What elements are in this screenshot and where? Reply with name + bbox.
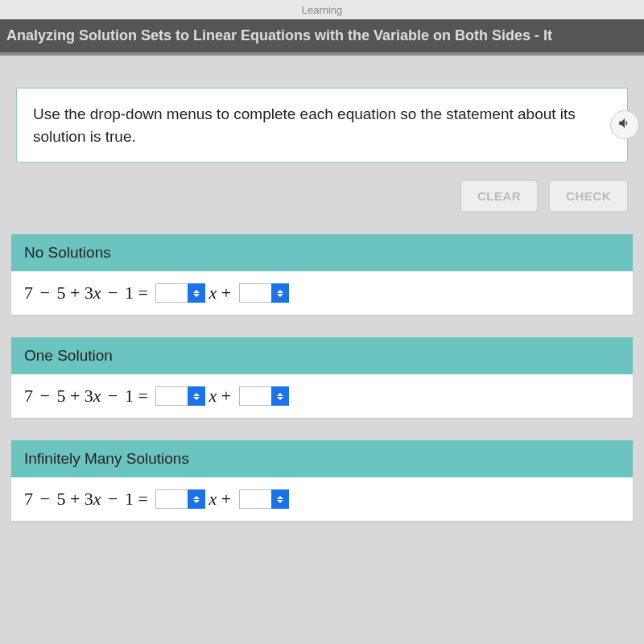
equation-mid: x +: [208, 386, 235, 407]
stepper-icon: [188, 489, 205, 509]
check-button[interactable]: CHECK: [549, 180, 628, 212]
stepper-icon: [188, 386, 205, 406]
dropdown-coef[interactable]: [155, 489, 205, 509]
header-title: Analyzing Solution Sets to Linear Equati…: [6, 27, 552, 43]
dropdown-field: [239, 386, 271, 406]
equation-mid: x +: [208, 489, 235, 510]
stepper-icon: [271, 283, 289, 303]
top-tab: Learning: [0, 0, 644, 19]
group-one-solution: One Solution 7 − 5 + 3x − 1 = x +: [11, 337, 633, 418]
dropdown-const[interactable]: [239, 283, 289, 303]
top-tab-label: Learning: [302, 4, 343, 16]
dropdown-field: [155, 386, 188, 406]
equation-lhs: 7 − 5 + 3x − 1 =: [24, 386, 152, 407]
audio-button[interactable]: [610, 110, 639, 139]
group-no-solutions: No Solutions 7 − 5 + 3x − 1 = x +: [11, 234, 633, 315]
group-title: Infinitely Many Solutions: [11, 440, 633, 477]
speaker-icon: [617, 116, 632, 134]
group-title: No Solutions: [11, 234, 633, 271]
dropdown-coef[interactable]: [155, 386, 205, 406]
problems-list: No Solutions 7 − 5 + 3x − 1 = x + One So…: [0, 234, 644, 521]
group-equation: 7 − 5 + 3x − 1 = x +: [11, 477, 633, 521]
stepper-icon: [188, 283, 205, 303]
group-equation: 7 − 5 + 3x − 1 = x +: [11, 271, 633, 315]
dropdown-field: [155, 283, 188, 303]
stepper-icon: [271, 489, 289, 509]
dropdown-coef[interactable]: [155, 283, 205, 303]
dropdown-const[interactable]: [239, 489, 289, 509]
clear-button[interactable]: CLEAR: [460, 180, 538, 212]
directions-box: Use the drop-down menus to complete each…: [16, 88, 628, 163]
group-equation: 7 − 5 + 3x − 1 = x +: [11, 374, 633, 418]
dropdown-field: [239, 489, 271, 509]
dropdown-field: [239, 283, 271, 303]
group-title: One Solution: [11, 337, 633, 374]
page-header: Analyzing Solution Sets to Linear Equati…: [0, 19, 644, 56]
stepper-icon: [271, 386, 289, 406]
content-area: Use the drop-down menus to complete each…: [0, 88, 644, 521]
equation-lhs: 7 − 5 + 3x − 1 =: [24, 489, 152, 510]
action-row: CLEAR CHECK: [0, 180, 644, 234]
equation-mid: x +: [208, 283, 235, 303]
directions-text: Use the drop-down menus to complete each…: [33, 105, 576, 145]
dropdown-field: [155, 489, 188, 509]
equation-lhs: 7 − 5 + 3x − 1 =: [24, 283, 152, 303]
dropdown-const[interactable]: [239, 386, 289, 406]
group-infinite-solutions: Infinitely Many Solutions 7 − 5 + 3x − 1…: [11, 440, 633, 521]
